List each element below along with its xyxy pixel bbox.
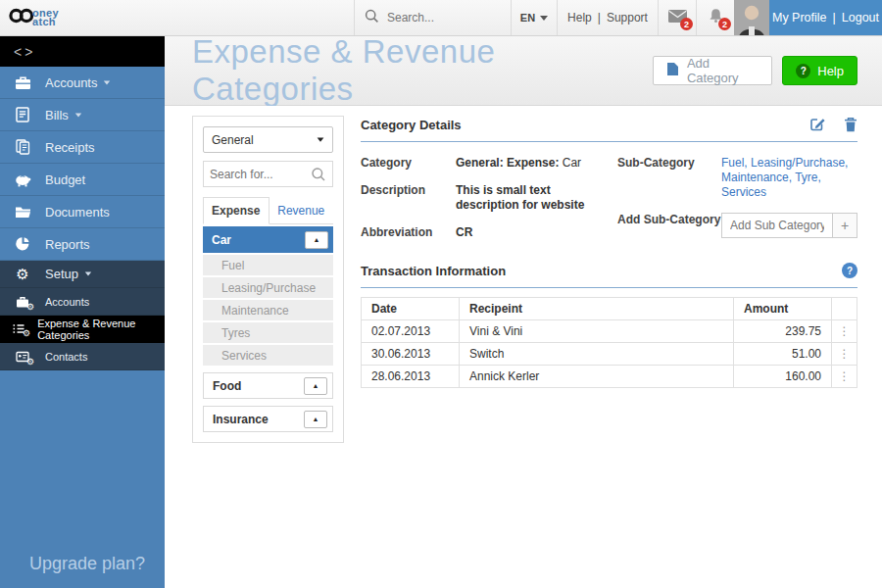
my-profile-link[interactable]: My Profile [772,11,827,24]
collapse-toggle-button[interactable]: ▲ [304,411,327,428]
sidebar-item-setup-accounts[interactable]: ⚙ Accounts [0,288,165,316]
section-title: Category Details [361,118,462,132]
category-value: General: Expense: Car [456,156,612,171]
field-label: Abbreviation [361,225,456,240]
search-icon [311,167,326,182]
help-icon[interactable]: ? [842,263,858,278]
contact-card-gear-icon: ⚙ [0,351,45,363]
app-logo[interactable]: oney atch [0,0,196,35]
add-subcategory-button[interactable]: + [832,213,858,238]
type-tabs: Expense Revenue [203,197,333,224]
help-link[interactable]: Help [567,11,592,24]
category-filter-panel: General Expense Revenue Car ▲ Fuel Leasi… [192,116,344,443]
subcategory-link-leasing[interactable]: Leasing/Purchase, [751,156,848,170]
upgrade-plan-link[interactable]: Upgrade plan? [29,554,145,574]
abbreviation-value: CR [456,225,612,240]
piggy-bank-icon [0,172,45,187]
support-link[interactable]: Support [607,11,648,24]
subcategory-links: Fuel, Leasing/Purchase, Maintenance, Tyr… [721,156,858,200]
column-header-recipient: Recipeint [460,298,734,320]
cell-date: 28.06.2013 [362,366,460,388]
category-search [203,161,333,187]
help-button[interactable]: ? Help [782,56,858,85]
field-label: Sub-Category [617,156,721,200]
question-icon: ? [796,64,810,78]
accordion-car[interactable]: Car ▲ [203,226,333,253]
cell-amount: 160.00 [734,366,832,388]
sidebar-item-label: Accounts [45,75,97,90]
row-menu-icon[interactable]: ⋮ [839,347,851,361]
cell-date: 02.07.2013 [362,320,460,343]
row-menu-icon[interactable]: ⋮ [839,369,851,383]
sidebar-item-documents[interactable]: Documents [0,196,165,228]
subcategory-item-leasing[interactable]: Leasing/Purchase [203,277,333,298]
sidebar-item-setup[interactable]: ⚙ Setup [0,261,165,288]
collapse-sidebar-button[interactable]: <> [0,36,165,67]
pie-chart-icon [0,236,45,252]
subcategory-item-maintenance[interactable]: Maintenance [203,300,333,320]
sidebar-item-label: Budget [45,172,85,187]
search-icon [365,9,379,27]
cell-recipient: Switch [460,343,734,366]
edit-icon[interactable] [809,117,826,132]
tab-expense[interactable]: Expense [203,197,270,224]
collapse-toggle-button[interactable]: ▲ [304,377,327,395]
row-menu-icon[interactable]: ⋮ [839,324,851,338]
topbar: oney atch EN Help | Support 2 2 My Profi… [0,0,882,36]
transactions-table: Date Recipeint Amount 02.07.2013 Vini & … [361,297,858,388]
receipts-icon [0,139,45,155]
subcategory-link-maintenance[interactable]: Maintenance, [721,171,792,184]
accordion-insurance[interactable]: Insurance ▲ [203,406,333,432]
trash-icon[interactable] [844,117,858,132]
sidebar-item-budget[interactable]: Budget [0,164,165,196]
collapse-toggle-button[interactable]: ▲ [305,231,328,249]
sidebar-item-reports[interactable]: Reports [0,228,165,261]
sidebar-item-contacts[interactable]: ⚙ Contacts [0,343,165,370]
caret-down-icon [104,80,110,84]
sidebar-item-label: Expense & Revenue Categories [37,318,165,341]
caret-down-icon [75,113,81,117]
sidebar-item-expense-revenue-categories[interactable]: ⚙ Expense & Revenue Categories [0,316,165,343]
add-subcategory-input[interactable] [721,213,832,238]
language-select[interactable]: EN [511,0,558,35]
subcategory-item-fuel[interactable]: Fuel [203,255,333,275]
messages-button[interactable]: 2 [658,0,696,35]
gear-icon: ⚙ [0,267,45,281]
category-search-input[interactable] [210,168,306,181]
subcategory-item-services[interactable]: Services [203,345,333,366]
accordion-label: Car [212,233,231,247]
add-category-button[interactable]: Add Category [653,56,772,85]
category-list-gear-icon: ⚙ [0,323,37,334]
sidebar-item-accounts[interactable]: Accounts [0,67,165,99]
sidebar: <> Accounts Bills Receipts Budget Docume… [0,36,165,588]
page-title: Expense & Revenue Categories [192,33,653,108]
group-select-value: General [212,133,254,147]
collapse-sidebar-icon: <> [14,44,35,60]
section-title: Transaction Information [361,264,506,278]
tab-revenue[interactable]: Revenue [270,197,334,223]
separator: | [598,11,601,24]
group-select[interactable]: General [203,126,333,153]
search-input[interactable] [387,11,495,24]
chevron-down-icon [540,16,548,21]
avatar[interactable] [734,0,769,35]
sidebar-item-label: Receipts [45,140,95,155]
sidebar-item-label: Reports [45,237,90,252]
topbar-search [354,0,511,35]
subcategory-item-tyres[interactable]: Tyres [203,322,333,343]
subcategory-link-services[interactable]: Services [721,185,766,199]
main-area: Expense & Revenue Categories Add Categor… [165,36,882,588]
sidebar-item-receipts[interactable]: Receipts [0,131,165,164]
sidebar-item-bills[interactable]: Bills [0,99,165,131]
accordion-food[interactable]: Food ▲ [203,372,333,399]
column-header-actions [832,298,858,320]
logout-link[interactable]: Logout [842,11,879,24]
messages-badge: 2 [680,18,693,30]
category-details-section: Category Details Category General: Expen… [361,112,858,388]
subcategory-link-fuel[interactable]: Fuel, [721,156,748,170]
subcategory-link-tyre[interactable]: Tyre, [795,171,821,184]
notifications-button[interactable]: 2 [696,0,734,35]
document-icon [666,62,679,79]
cell-date: 30.06.2013 [362,343,460,366]
logo-m-icon [9,7,35,28]
